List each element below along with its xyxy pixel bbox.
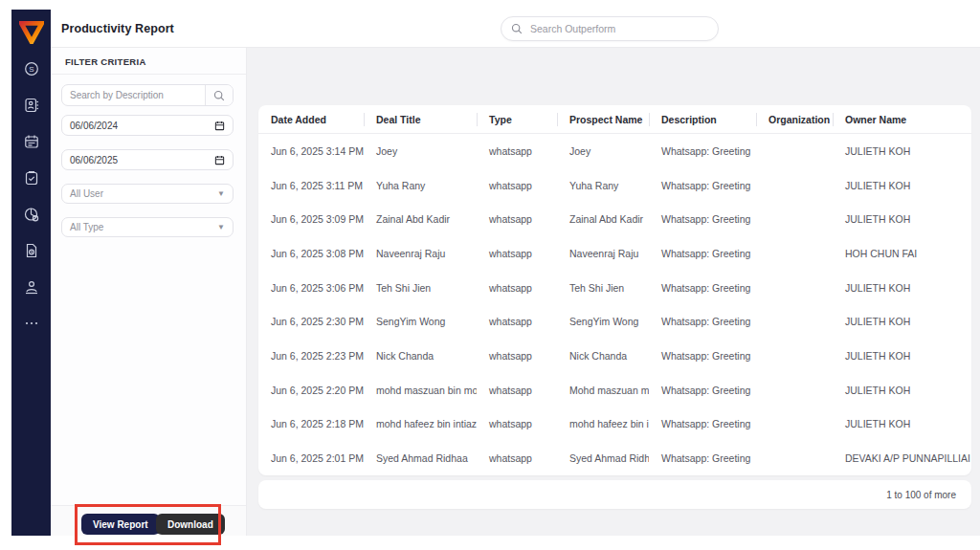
cell-type: whatsapp — [477, 339, 557, 373]
cell-deal-title: Joey — [364, 134, 477, 168]
description-search-button[interactable] — [205, 85, 233, 105]
date-to-value: 06/06/2025 — [70, 155, 118, 165]
cell-type: whatsapp — [477, 304, 557, 339]
cell-type: whatsapp — [477, 373, 557, 407]
cell-type: whatsapp — [477, 407, 557, 442]
cell-organization — [756, 373, 833, 407]
global-search-input[interactable] — [530, 23, 708, 34]
table-row[interactable]: Jun 6, 2025 2:01 PM Syed Ahmad Ridhaa wh… — [258, 441, 971, 475]
cell-date-added: Jun 6, 2025 2:30 PM — [258, 304, 364, 339]
column-header[interactable]: Organization — [756, 105, 833, 133]
filter-panel-footer: View Report Download — [51, 505, 246, 536]
cell-description: Whatsapp: Greeting — [649, 202, 756, 236]
column-header[interactable]: Deal Title — [364, 105, 477, 133]
cell-prospect-name: Nick Chanda — [557, 339, 649, 373]
cell-deal-title: Yuha Rany — [364, 168, 477, 203]
outperform-logo-icon[interactable] — [19, 21, 44, 44]
account-icon[interactable] — [24, 279, 39, 295]
cell-organization — [756, 441, 833, 475]
global-search[interactable] — [501, 16, 719, 41]
pagination-bar: 1 to 100 of more — [258, 480, 971, 509]
report-table-card: Date Added Deal Title Type Prospect Name… — [258, 105, 971, 475]
column-header[interactable]: Type — [477, 105, 557, 133]
cell-deal-title: Zainal Abd Kadir — [364, 202, 477, 236]
table-row[interactable]: Jun 6, 2025 3:08 PM Naveenraj Raju whats… — [258, 236, 971, 271]
cell-prospect-name: Naveenraj Raju — [557, 236, 649, 271]
cell-description: Whatsapp: Greeting — [649, 339, 756, 373]
cell-prospect-name: Joey — [557, 134, 649, 168]
cell-type: whatsapp — [477, 236, 557, 271]
cell-organization — [756, 134, 833, 168]
cell-prospect-name: Teh Shi Jien — [557, 271, 649, 305]
column-header[interactable]: Date Added — [258, 105, 364, 133]
column-header[interactable]: Owner Name — [833, 105, 971, 133]
reports-icon[interactable] — [24, 207, 39, 222]
search-icon — [213, 90, 225, 101]
search-icon — [511, 23, 523, 34]
date-from-field[interactable]: 06/06/2024 — [61, 115, 234, 136]
cell-prospect-name: Syed Ahmad Ridhac — [557, 441, 649, 475]
cell-description: Whatsapp: Greeting — [649, 134, 756, 168]
cell-deal-title: Naveenraj Raju — [364, 236, 477, 271]
main-content: Date Added Deal Title Type Prospect Name… — [247, 48, 980, 536]
table-row[interactable]: Jun 6, 2025 3:11 PM Yuha Rany whatsapp Y… — [258, 168, 971, 203]
description-search-field[interactable] — [61, 84, 234, 106]
filter-panel-title: FILTER CRITERIA — [51, 48, 246, 75]
sales-icon[interactable]: S — [24, 61, 39, 77]
cell-owner-name: JULIETH KOH — [833, 407, 971, 442]
type-filter-select[interactable]: All Type ▼ — [61, 217, 234, 237]
download-button[interactable]: Download — [156, 514, 225, 535]
cell-description: Whatsapp: Greeting — [649, 271, 756, 305]
cell-prospect-name: SengYim Wong — [557, 304, 649, 339]
column-header[interactable]: Description — [649, 105, 756, 133]
cell-description: Whatsapp: Greeting — [649, 304, 756, 339]
filter-panel: FILTER CRITERIA 06/06/2024 06/06/2025 — [51, 48, 247, 536]
cell-owner-name: JULIETH KOH — [833, 271, 971, 305]
view-report-button[interactable]: View Report — [81, 514, 160, 535]
cell-owner-name: JULIETH KOH — [833, 168, 971, 203]
tasks-icon[interactable] — [24, 170, 39, 186]
svg-text:S: S — [29, 65, 33, 74]
cell-owner-name: JULIETH KOH — [833, 339, 971, 373]
table-row[interactable]: Jun 6, 2025 2:23 PM Nick Chanda whatsapp… — [258, 339, 971, 373]
column-header[interactable]: Prospect Name — [557, 105, 649, 133]
cell-description: Whatsapp: Greeting — [649, 373, 756, 407]
chevron-down-icon: ▼ — [217, 190, 225, 198]
calendar-icon — [214, 121, 225, 131]
date-to-field[interactable]: 06/06/2025 — [61, 149, 234, 170]
table-row[interactable]: Jun 6, 2025 3:06 PM Teh Shi Jien whatsap… — [258, 271, 971, 305]
cell-prospect-name: mohd hafeez bin int — [557, 407, 649, 442]
user-filter-select[interactable]: All User ▼ — [61, 184, 234, 204]
table-row[interactable]: Jun 6, 2025 2:20 PM mohd maszuan bin moh… — [258, 373, 971, 407]
date-from-value: 06/06/2024 — [70, 121, 118, 131]
app-window: S — [11, 10, 980, 536]
cell-organization — [756, 236, 833, 271]
documents-icon[interactable] — [24, 243, 39, 258]
cell-type: whatsapp — [477, 202, 557, 236]
cell-date-added: Jun 6, 2025 3:08 PM — [258, 236, 364, 271]
contacts-icon[interactable] — [24, 98, 39, 113]
table-body: Jun 6, 2025 3:14 PM Joey whatsapp Joey W… — [258, 134, 971, 475]
description-search-input[interactable] — [62, 90, 205, 100]
table-row[interactable]: Jun 6, 2025 3:09 PM Zainal Abd Kadir wha… — [258, 202, 971, 236]
more-icon[interactable] — [24, 316, 39, 331]
cell-type: whatsapp — [477, 134, 557, 168]
table-row[interactable]: Jun 6, 2025 2:18 PM mohd hafeez bin inti… — [258, 407, 971, 442]
cell-organization — [756, 168, 833, 203]
cell-deal-title: Teh Shi Jien — [364, 271, 477, 305]
pagination-status: 1 to 100 of more — [886, 490, 956, 500]
cell-description: Whatsapp: Greeting — [649, 407, 756, 442]
table-row[interactable]: Jun 6, 2025 2:30 PM SengYim Wong whatsap… — [258, 304, 971, 339]
cell-date-added: Jun 6, 2025 3:11 PM — [258, 168, 364, 203]
cell-deal-title: mohd maszuan bin moh — [364, 373, 477, 407]
cell-organization — [756, 407, 833, 442]
cell-date-added: Jun 6, 2025 3:09 PM — [258, 202, 364, 236]
table-row[interactable]: Jun 6, 2025 3:14 PM Joey whatsapp Joey W… — [258, 134, 971, 168]
calendar-icon[interactable] — [24, 134, 39, 149]
cell-date-added: Jun 6, 2025 2:01 PM — [258, 441, 364, 475]
top-header: Productivity Report — [51, 10, 980, 48]
cell-organization — [756, 304, 833, 339]
page-title: Productivity Report — [61, 10, 174, 48]
cell-deal-title: Nick Chanda — [364, 339, 477, 373]
cell-date-added: Jun 6, 2025 3:06 PM — [258, 271, 364, 305]
